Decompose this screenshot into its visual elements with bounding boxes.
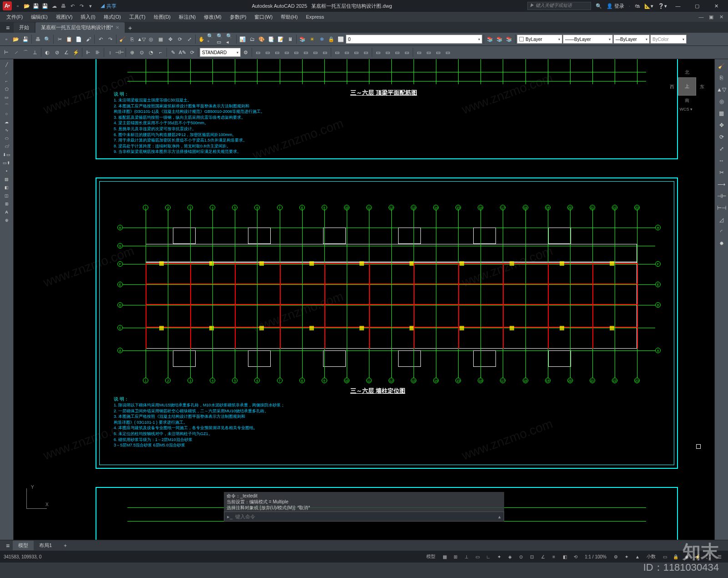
mod19-icon[interactable]: ▭	[434, 48, 443, 57]
menu-express[interactable]: Express	[302, 13, 328, 20]
annoscale-icon[interactable]: 1:1 / 100%	[581, 552, 610, 561]
move-icon[interactable]: ✥	[166, 35, 175, 44]
menu-modify[interactable]: 修改(M)	[200, 13, 225, 21]
redo-icon[interactable]: ↷	[77, 2, 86, 10]
workspace-icon[interactable]: ✦	[622, 552, 632, 561]
offset-icon[interactable]: ◎	[147, 35, 156, 44]
cloud-icon[interactable]: 📐▾	[644, 3, 653, 9]
dim-arc-icon[interactable]: ⌒	[21, 48, 30, 57]
grid-toggle-icon[interactable]: ▦	[440, 552, 450, 561]
polar-toggle-icon[interactable]: ✦	[494, 552, 504, 561]
hwa-icon[interactable]: ⚡	[693, 552, 703, 561]
dim-quick-icon[interactable]: ⚡	[71, 48, 81, 57]
viewcube-south[interactable]: 南	[685, 97, 689, 104]
move-tool-icon[interactable]: ✥	[717, 120, 727, 130]
scale-tool-icon[interactable]: ⤢	[717, 144, 727, 154]
help-search-input[interactable]: ▶ 键入关键字或短语	[527, 2, 591, 10]
quickprops-icon[interactable]: ▭	[660, 552, 670, 561]
web-icon[interactable]: ☁	[50, 2, 58, 10]
dim-continue-icon[interactable]: ⊪	[93, 48, 102, 57]
search-icon[interactable]: 🔍	[596, 3, 602, 9]
model-tab[interactable]: 模型	[13, 541, 34, 550]
menu-dimension[interactable]: 标注(N)	[175, 13, 199, 21]
ellipse-arc-icon[interactable]: ⬭̚	[1, 143, 13, 150]
infer-toggle-icon[interactable]: ⊥	[461, 552, 471, 561]
menu-file[interactable]: 文件(F)	[3, 13, 26, 21]
region-icon[interactable]: ◫	[1, 192, 13, 199]
paste-icon[interactable]: 📄	[74, 35, 83, 44]
mod5-icon[interactable]: ▭	[292, 48, 301, 57]
app-store-icon[interactable]: 🛍	[635, 3, 640, 9]
osnap-toggle-icon[interactable]: ⊙	[516, 552, 526, 561]
zoom-win-icon[interactable]: 🔍▭	[216, 35, 225, 44]
wcs-label[interactable]: WCS ▾	[679, 107, 693, 112]
plot-icon[interactable]: 🖶	[59, 2, 67, 10]
layer-dropdown[interactable]: 0▾	[346, 35, 482, 44]
layer-state-icon[interactable]: ☀	[308, 35, 317, 44]
dim-angular-icon[interactable]: ∠	[62, 48, 71, 57]
offset-tool-icon[interactable]: ◎	[717, 96, 727, 106]
layer-tool3-icon[interactable]: 📚	[505, 35, 514, 44]
viewcube-west[interactable]: 西	[670, 84, 674, 90]
undo-btn-icon[interactable]: ↶	[96, 35, 105, 44]
tolerance-icon[interactable]: ⊕	[127, 48, 136, 57]
join-tool-icon[interactable]: ⊢⊣	[717, 203, 727, 213]
addsel-icon[interactable]: ⊕	[1, 217, 13, 224]
chamfer-tool-icon[interactable]: ◿	[717, 215, 727, 225]
array-icon[interactable]: ▦	[156, 35, 165, 44]
copy-icon[interactable]: 📋	[65, 35, 74, 44]
plotstyle-dropdown[interactable]: ByColor▾	[650, 35, 687, 44]
array-tool-icon[interactable]: ▦	[717, 108, 727, 118]
command-input[interactable]	[235, 514, 495, 519]
menu-window[interactable]: 窗口(W)	[251, 13, 276, 21]
ortho-toggle-icon[interactable]: ∟	[483, 552, 493, 561]
redo-btn-icon[interactable]: ↷	[106, 35, 115, 44]
model-space-button[interactable]: 模型	[423, 552, 439, 561]
block-insert-icon[interactable]: ⬇▭	[1, 151, 13, 158]
mod15-icon[interactable]: ▭	[393, 48, 402, 57]
iso-toggle-icon[interactable]: ◈	[505, 552, 515, 561]
layer-color-icon[interactable]: ⬜	[336, 35, 345, 44]
jogged-icon[interactable]: ⌐	[156, 48, 165, 57]
copy-tool-icon[interactable]: ⎘	[717, 73, 727, 83]
linetype-dropdown[interactable]: —— ByLayer▾	[563, 35, 613, 44]
extend-tool-icon[interactable]: ⟶	[717, 179, 727, 189]
share-button[interactable]: ◢ 共享	[100, 3, 116, 10]
center-mark-icon[interactable]: ⊙	[137, 48, 146, 57]
inspection-icon[interactable]: ◔	[147, 48, 156, 57]
fillet-tool-icon[interactable]: ◜	[717, 227, 727, 237]
erase-tool-icon[interactable]: 🧹	[717, 61, 727, 71]
viewcube-east[interactable]: 东	[700, 84, 704, 90]
rotate-tool-icon[interactable]: ⟳	[717, 132, 727, 142]
new-icon[interactable]: ▫	[14, 2, 22, 10]
coordinates-readout[interactable]: 341583, 109933, 0	[4, 554, 41, 559]
layer-tool2-icon[interactable]: 📚	[495, 35, 504, 44]
tabs-menu-icon[interactable]: ≡	[3, 23, 13, 33]
mod2-icon[interactable]: ▭	[263, 48, 272, 57]
3dosnap-icon[interactable]: ⊡	[527, 552, 537, 561]
dim-radius-icon[interactable]: ◐	[43, 48, 52, 57]
zoom-prev-icon[interactable]: 🔍◂	[226, 35, 235, 44]
dim-linear-icon[interactable]: ⊢	[2, 48, 11, 57]
annomonitor-icon[interactable]: ▲	[632, 552, 642, 561]
dynamic-input-icon[interactable]: ▭	[472, 552, 482, 561]
layer-lock-icon[interactable]: 🔒	[327, 35, 336, 44]
layout-add-button[interactable]: ＋	[57, 541, 73, 550]
help-icon[interactable]: ❔▾	[658, 3, 667, 9]
doc-restore-icon[interactable]: ▣	[707, 13, 715, 21]
menu-draw[interactable]: 绘图(D)	[150, 13, 174, 21]
saveas-icon[interactable]: 💾	[41, 2, 49, 10]
dim-space-icon[interactable]: ↕	[106, 48, 115, 57]
maximize-button[interactable]: ▢	[688, 0, 706, 12]
cut-icon[interactable]: ✂	[55, 35, 64, 44]
app-icon[interactable]: A▾	[3, 1, 12, 10]
new-doc-icon[interactable]: ▫	[2, 35, 11, 44]
mod10-icon[interactable]: ▭	[342, 48, 351, 57]
tab-start[interactable]: 开始	[14, 22, 35, 33]
pan-icon[interactable]: ✋	[197, 35, 206, 44]
menu-insert[interactable]: 插入(I)	[77, 13, 99, 21]
open-icon[interactable]: 📂	[23, 2, 31, 10]
login-button[interactable]: 👤 登录	[607, 3, 624, 10]
menu-format[interactable]: 格式(O)	[100, 13, 125, 21]
customize-icon[interactable]: ☰	[714, 552, 724, 561]
